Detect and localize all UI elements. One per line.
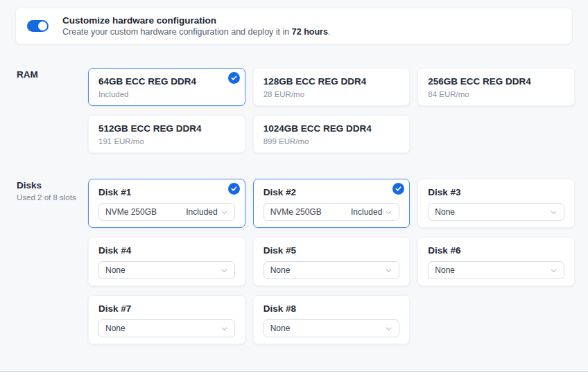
disk-slot-3[interactable]: Disk #3 None [417,179,575,228]
disks-section-label: Disks Used 2 of 8 slots [17,179,88,344]
check-icon [228,183,240,195]
disk-slot-5[interactable]: Disk #5 None [253,237,410,286]
disk-slot-7[interactable]: Disk #7 None [88,295,245,344]
disk-slot-2[interactable]: Disk #2 NVMe 250GB Included [253,179,410,228]
description-prefix: Create your custom hardware configuratio… [62,27,292,37]
chevron-down-icon [550,209,557,216]
ram-label: RAM [17,69,88,80]
disk-slot-title: Disk #5 [263,245,400,256]
check-icon [392,183,404,195]
check-icon [228,72,240,84]
ram-option-512gb[interactable]: 512GB ECC REG DDR4 191 EUR/mo [88,115,245,153]
ram-option-price: 84 EUR/mo [428,89,564,100]
toggle-knob [38,21,47,30]
disk-slot-title: Disk #6 [428,245,564,256]
ram-option-title: 64GB ECC REG DDR4 [98,76,235,87]
ram-section: RAM 64GB ECC REG DDR4 Included 128GB ECC… [0,68,575,153]
ram-section-label: RAM [17,68,88,153]
ram-option-64gb[interactable]: 64GB ECC REG DDR4 Included [88,68,245,106]
ram-option-256gb[interactable]: 256GB ECC REG DDR4 84 EUR/mo [417,68,575,106]
disk-select-value: None [105,324,220,333]
disk-select-value: NVMe 250GB [270,207,351,217]
chevron-down-icon [385,267,392,274]
disk-select-value: NVMe 250GB [105,207,186,217]
disk-slot-title: Disk #4 [98,245,235,256]
ram-option-price: 191 EUR/mo [98,136,235,147]
ram-option-price: Included [98,89,235,100]
disk-slot-title: Disk #1 [98,186,235,198]
disk-type-select[interactable]: None [428,261,564,279]
disk-slot-title: Disk #8 [263,303,400,315]
disk-slot-title: Disk #2 [263,186,400,198]
disk-select-value: None [270,324,386,333]
disk-slot-title: Disk #3 [428,186,564,198]
disk-slot-1[interactable]: Disk #1 NVMe 250GB Included [88,179,245,228]
disk-type-select[interactable]: None [263,319,400,337]
chevron-down-icon [385,325,392,333]
disk-slots-grid: Disk #1 NVMe 250GB Included Disk #2 NVMe… [88,179,575,344]
customize-hardware-panel: Customize hardware configuration Create … [15,8,573,44]
customize-hardware-toggle[interactable] [27,20,49,32]
disk-select-price: Included [351,207,382,217]
ram-option-1024gb[interactable]: 1024GB ECC REG DDR4 899 EUR/mo [253,115,410,153]
disk-select-price: Included [186,207,217,217]
ram-option-title: 128GB ECC REG DDR4 [263,76,400,87]
disks-label: Disks [17,179,88,191]
customize-hardware-description: Create your custom hardware configuratio… [62,26,330,37]
disks-section: Disks Used 2 of 8 slots Disk #1 NVMe 250… [0,179,575,344]
chevron-down-icon [220,209,228,216]
ram-option-price: 899 EUR/mo [263,136,400,147]
disk-slot-8[interactable]: Disk #8 None [253,295,410,344]
customize-hardware-text: Customize hardware configuration Create … [62,15,330,37]
ram-option-title: 512GB ECC REG DDR4 [98,123,235,134]
disk-select-value: None [105,265,220,275]
disks-slots-used: Used 2 of 8 slots [17,193,88,203]
disk-select-value: None [270,265,386,275]
description-suffix: . [328,27,330,37]
ram-option-128gb[interactable]: 128GB ECC REG DDR4 28 EUR/mo [253,68,410,106]
disk-type-select[interactable]: NVMe 250GB Included [263,203,400,221]
customize-hardware-title: Customize hardware configuration [62,15,330,26]
chevron-down-icon [550,267,557,274]
disk-slot-title: Disk #7 [98,303,235,315]
disk-type-select[interactable]: NVMe 250GB Included [98,203,235,221]
disk-slot-6[interactable]: Disk #6 None [417,237,575,286]
disk-type-select[interactable]: None [263,261,400,279]
ram-option-title: 1024GB ECC REG DDR4 [263,123,400,134]
chevron-down-icon [220,267,228,274]
disk-slot-4[interactable]: Disk #4 None [88,237,245,286]
disk-select-value: None [435,207,550,217]
ram-options-grid: 64GB ECC REG DDR4 Included 128GB ECC REG… [88,68,575,153]
chevron-down-icon [385,209,392,216]
ram-option-price: 28 EUR/mo [263,89,400,100]
chevron-down-icon [220,325,228,333]
ram-option-title: 256GB ECC REG DDR4 [428,76,564,87]
disk-type-select[interactable]: None [98,261,235,279]
disk-type-select[interactable]: None [98,319,235,337]
disk-select-value: None [435,265,550,275]
disk-type-select[interactable]: None [428,203,564,221]
description-bold: 72 hours [292,27,328,37]
